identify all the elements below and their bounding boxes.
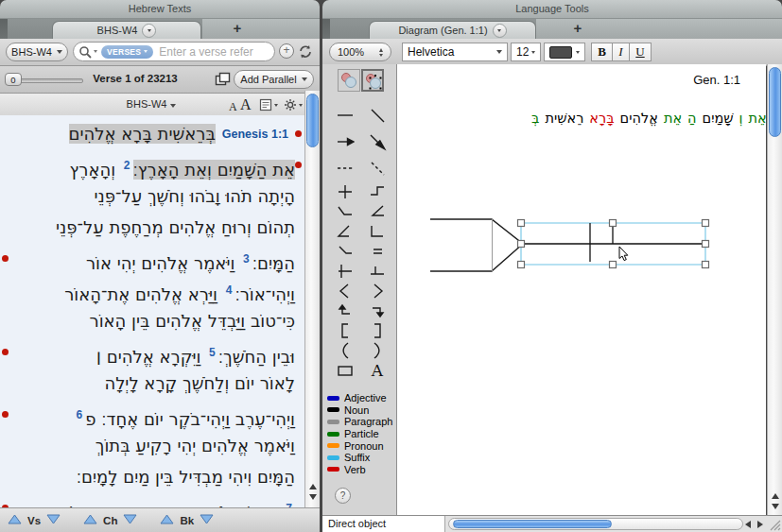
hebrew-text-line[interactable]: וַיֹּאמֶר אֱלֹהִים יְהִי רָקִיעַ בְּתוֹך… (0, 431, 304, 462)
angle-bracket-right-tool[interactable] (365, 281, 390, 300)
equals-tool[interactable] (365, 241, 390, 261)
font-size-dropdown[interactable]: 12 (511, 43, 541, 61)
hebrew-text-area[interactable]: Genesis 1:1בְּרֵאשִׁית בָּרָא אֱלֹהִיםאֵ… (0, 115, 304, 507)
rectangle-tool[interactable] (333, 360, 357, 380)
search-icon[interactable] (78, 44, 94, 60)
baseline-step-tool[interactable] (365, 181, 390, 201)
angle-bracket-left-tool[interactable] (333, 281, 357, 300)
display-settings-button[interactable] (259, 98, 278, 112)
select-mode-button[interactable] (361, 69, 384, 92)
paren-left-tool[interactable] (333, 340, 357, 360)
dashed-line-horizontal-tool[interactable] (333, 159, 357, 179)
increase-font-button[interactable]: A (240, 96, 252, 113)
hebrew-text-line[interactable]: הַמָּיִם וִיהִי מַבְדִּיל בֵּין מַיִם לָ… (0, 462, 304, 493)
scrollbar-thumb[interactable] (453, 520, 612, 528)
scrollbar-thumb[interactable] (306, 94, 319, 147)
next-ch-button[interactable] (123, 514, 137, 526)
vertical-scrollbar[interactable] (767, 64, 782, 515)
pane-title-dropdown[interactable]: BHS-W4 (0, 98, 303, 110)
angle-open-tool[interactable] (365, 201, 390, 221)
arrow-horizontal-tool[interactable] (333, 132, 357, 152)
hook-arrow-up-tool[interactable] (333, 300, 357, 320)
search-options-arrow-icon[interactable] (94, 50, 97, 53)
baseline-object[interactable] (523, 223, 705, 262)
search-scope-pill[interactable]: VERSES (101, 45, 153, 59)
hebrew-text-line[interactable]: וַיְהִי־אוֹר׃4 וַיַּרְא אֱלֹהִים אֶת־הָא… (0, 275, 304, 306)
tab-menu-icon[interactable] (142, 24, 156, 38)
diagram-canvas[interactable]: Gen. 1:1 בְּרֵאשִׁיתבָּרָאאֱלֹהִיםאֵתהַש… (397, 64, 766, 515)
hebrew-text-line[interactable]: לָאוֹר יוֹם וְלַחֹשֶׁךְ קָרָא לָיְלָה (0, 369, 304, 400)
object-divider-tool[interactable] (365, 261, 390, 281)
scrollbar-thumb[interactable] (769, 67, 781, 137)
scroll-right-arrow-icon[interactable] (757, 521, 763, 528)
zoom-out-arrow-icon[interactable] (379, 54, 383, 57)
slant-to-baseline-tool[interactable] (333, 201, 357, 221)
tab-bhs-w4[interactable]: BHS-W4 (52, 21, 201, 39)
search-input[interactable] (157, 44, 270, 60)
clause-funnel-shape[interactable] (430, 219, 523, 271)
hebrew-text-line[interactable]: אֵת הַשָּׁמַיִם וְאֵת הָאָרֶץ׃2 וְהָאָרֶ… (0, 150, 304, 181)
cross-tool[interactable] (333, 181, 357, 201)
line-diagonal-tool[interactable] (365, 106, 390, 126)
hebrew-text-line[interactable]: וּבֵין הַחֹשֶׁךְ׃5 וַיִּקְרָא אֱלֹהִים ׀ (0, 337, 304, 369)
subject-divider-tool[interactable] (333, 261, 357, 281)
scroll-down-arrow-icon[interactable] (772, 504, 779, 509)
resize-grip-icon[interactable] (768, 518, 781, 531)
bracket-right-tool[interactable] (365, 320, 390, 340)
hebrew-text-line[interactable]: וַיְהִי־עֶרֶב וַיְהִי־בֹקֶר יוֹם אֶחָד׃ … (0, 400, 304, 431)
text-selector-dropdown[interactable]: BHS-W4 (6, 43, 68, 61)
hook-arrow-down-tool[interactable] (365, 300, 390, 320)
bold-button[interactable]: B (591, 43, 613, 61)
bracket-left-tool[interactable] (333, 320, 357, 340)
line-horizontal-tool[interactable] (333, 106, 357, 126)
hebrew-text-line[interactable]: הַמָּיִם׃3 וַיֹּאמֶר אֱלֹהִים יְהִי אוֹר (0, 244, 304, 275)
previous-bk-button[interactable] (160, 514, 174, 526)
arrow-diagonal-tool[interactable] (365, 132, 390, 152)
text-tool[interactable]: A (365, 360, 390, 380)
tab-diagram[interactable]: Diagram (Gen. 1:1) (369, 21, 536, 39)
zoom-stepper[interactable]: 100% (329, 43, 391, 61)
underline-button[interactable]: U (629, 43, 652, 61)
hebrew-text-segment: לָאוֹר יוֹם וְלַחֹשֶׁךְ קָרָא לָיְלָה (104, 373, 295, 393)
gear-menu-button[interactable] (284, 98, 303, 112)
new-tab-button[interactable]: + (228, 20, 247, 36)
new-tab-button[interactable]: + (568, 20, 587, 36)
window-title[interactable]: Language Tools (322, 0, 782, 19)
right-angle-tool[interactable] (365, 221, 390, 241)
paren-right-tool[interactable] (365, 340, 390, 360)
help-button[interactable]: ? (335, 488, 351, 504)
window-title[interactable]: Hebrew Texts (0, 0, 320, 19)
italic-button[interactable]: I (612, 43, 630, 61)
hebrew-text-line[interactable]: 7 וַיַּעַשׂ אֱלֹהִים אֶת־הָרָקִיעַ וַיַּ… (0, 493, 304, 507)
horizontal-scrollbar[interactable] (448, 518, 743, 530)
verse-search-field[interactable]: VERSES (73, 42, 275, 61)
previous-ch-button[interactable] (83, 514, 97, 526)
add-search-button[interactable]: + (279, 43, 294, 59)
add-parallel-button[interactable]: Add Parallel (234, 70, 314, 89)
decrease-font-button[interactable]: A (229, 100, 237, 114)
dashed-line-diagonal-tool[interactable] (365, 159, 390, 179)
hebrew-text-line[interactable]: Genesis 1:1בְּרֵאשִׁית בָּרָא אֱלֹהִים (0, 119, 304, 150)
zoom-in-arrow-icon[interactable] (379, 48, 383, 52)
color-picker-dropdown[interactable] (544, 43, 585, 61)
detach-pane-icon[interactable] (215, 72, 231, 87)
hebrew-text-line[interactable]: תְהוֹם וְרוּחַ אֱלֹהִים מְרַחֶפֶת עַל־פְ… (0, 213, 304, 244)
scroll-up-arrow-icon[interactable] (772, 493, 779, 499)
verse-slider-thumb[interactable]: 0 (5, 73, 22, 86)
previous-vs-button[interactable] (8, 514, 22, 526)
sync-icon[interactable] (297, 43, 314, 60)
vertical-scrollbar[interactable] (304, 91, 320, 507)
scroll-down-arrow-icon[interactable] (309, 494, 317, 500)
font-family-dropdown[interactable]: Helvetica (402, 43, 508, 61)
draw-mode-button[interactable] (338, 69, 360, 92)
scroll-up-arrow-icon[interactable] (309, 484, 317, 489)
scroll-left-arrow-icon[interactable] (745, 521, 751, 528)
angle-tool[interactable] (333, 221, 357, 241)
legend-color-swatch (327, 467, 339, 472)
slant-with-base-tool[interactable] (333, 241, 357, 261)
next-vs-button[interactable] (46, 514, 61, 526)
hebrew-text-line[interactable]: הָיְתָה תֹהוּ וָבֹהוּ וְחֹשֶׁךְ עַל־פְּנ… (0, 181, 304, 213)
next-bk-button[interactable] (200, 514, 214, 526)
hebrew-text-line[interactable]: כִּי־טוֹב וַיַּבְדֵּל אֱלֹהִים בֵּין הָא… (0, 306, 304, 337)
tab-menu-icon[interactable] (493, 24, 507, 38)
